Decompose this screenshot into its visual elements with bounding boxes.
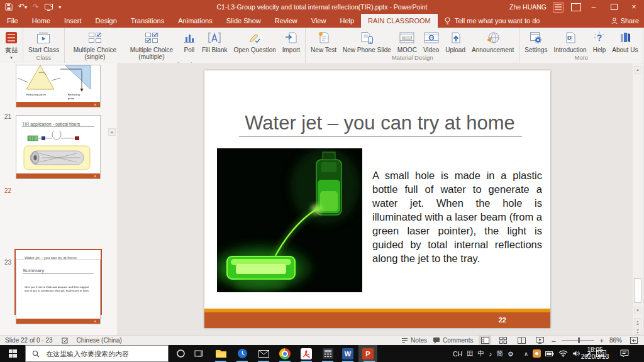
about-us-button[interactable]: About Us bbox=[609, 28, 641, 53]
water-jet-photo[interactable] bbox=[217, 148, 362, 292]
word-button[interactable] bbox=[337, 345, 358, 362]
account-avatar-seal[interactable] bbox=[553, 2, 564, 13]
mooc-button[interactable]: MOOC MOOC bbox=[394, 28, 420, 53]
ime-chinese-mode-icon[interactable]: 中 bbox=[478, 349, 485, 358]
notes-button[interactable]: Notes bbox=[401, 337, 427, 344]
powerpoint-button[interactable] bbox=[358, 345, 377, 362]
canvas-scrollbar[interactable] bbox=[633, 63, 643, 335]
previous-slide-button[interactable] bbox=[634, 318, 641, 326]
login-account-button[interactable]: 黄喆 ▾ bbox=[2, 28, 21, 61]
tab-file[interactable]: File bbox=[0, 14, 25, 28]
tab-insert[interactable]: Insert bbox=[57, 14, 89, 28]
start-class-button[interactable]: Start Class bbox=[25, 28, 62, 53]
redo-icon[interactable] bbox=[33, 0, 39, 14]
clock[interactable]: 18:05 2020/3/13 bbox=[580, 346, 610, 360]
ime-simplified-icon[interactable]: 简 bbox=[496, 349, 503, 358]
normal-view-button[interactable] bbox=[479, 336, 491, 345]
open-question-button[interactable]: Open Question bbox=[230, 28, 279, 53]
cortana-button[interactable] bbox=[170, 345, 191, 362]
taskbar-search-box[interactable] bbox=[25, 345, 169, 362]
ime-settings-gear-icon[interactable]: ⚙ bbox=[508, 350, 513, 358]
reading-view-button[interactable] bbox=[515, 336, 528, 345]
tab-transitions[interactable]: Transitions bbox=[124, 14, 171, 28]
import-button[interactable]: Import bbox=[279, 28, 303, 53]
new-phone-slide-button[interactable]: New Phone Slide bbox=[340, 28, 394, 53]
zoom-in-button[interactable]: + bbox=[600, 337, 604, 344]
alarms-clock-button[interactable] bbox=[231, 345, 253, 362]
scroll-up-icon[interactable] bbox=[108, 128, 116, 136]
share-button[interactable]: Share bbox=[611, 14, 639, 28]
share-label: Share bbox=[621, 17, 639, 25]
battery-icon[interactable] bbox=[545, 351, 554, 356]
undo-icon[interactable] bbox=[18, 0, 27, 14]
thumbnail-slide-20-partial[interactable]: Refracting prism Reflecting prism bbox=[16, 65, 101, 107]
new-test-button[interactable]: New Test bbox=[308, 28, 340, 53]
account-name[interactable]: Zhe HUANG bbox=[509, 3, 547, 11]
minimize-button[interactable]: – bbox=[584, 0, 604, 14]
ribbon-display-options-icon[interactable]: ⌃ bbox=[571, 3, 581, 11]
fit-slide-to-window-button[interactable] bbox=[628, 336, 640, 345]
tab-view[interactable]: View bbox=[304, 14, 333, 28]
slide-show-button[interactable] bbox=[533, 336, 546, 345]
slide-title[interactable]: Water jet – you can try at home bbox=[237, 109, 523, 137]
comments-button[interactable]: Comments bbox=[433, 337, 473, 344]
fill-blank-button[interactable]: Fill Blank bbox=[199, 28, 231, 53]
calculator-button[interactable] bbox=[317, 345, 338, 362]
upload-button[interactable]: Upload bbox=[442, 28, 469, 53]
slide-body-text[interactable]: A small hole is made in a plastic bottle… bbox=[372, 168, 542, 265]
task-view-button[interactable] bbox=[189, 345, 210, 362]
tab-home[interactable]: Home bbox=[25, 14, 57, 28]
wifi-icon[interactable] bbox=[558, 350, 568, 357]
next-slide-button[interactable] bbox=[634, 327, 641, 335]
introduction-button[interactable]: D Introduction bbox=[550, 28, 589, 53]
help-button[interactable]: ? Help bbox=[590, 28, 609, 53]
thumbnail-slide-21[interactable]: TIR application - optical fibers bbox=[16, 115, 101, 179]
save-icon[interactable] bbox=[5, 3, 13, 11]
speaker-icon[interactable] bbox=[572, 350, 580, 357]
tab-design[interactable]: Design bbox=[89, 14, 124, 28]
hidden-icons-chevron[interactable] bbox=[524, 351, 528, 357]
language-indicator[interactable]: Chinese (China) bbox=[77, 337, 122, 344]
multiple-choice-multiple-button[interactable]: Multiple Choice (multiple) bbox=[123, 28, 180, 60]
chrome-icon bbox=[279, 348, 291, 359]
thumbnail-scrollbar[interactable] bbox=[108, 126, 116, 362]
start-button[interactable] bbox=[0, 345, 25, 362]
tab-rain-classroom[interactable]: RAIN CLASSROOM bbox=[361, 14, 438, 28]
ime-grid-icon[interactable]: 田 bbox=[467, 349, 474, 358]
action-center-button[interactable] bbox=[615, 345, 634, 362]
slide-counter[interactable]: Slide 22 of 0 - 23 bbox=[5, 337, 53, 344]
current-slide[interactable]: Water jet – you can try at home bbox=[204, 70, 550, 328]
zoom-slider[interactable] bbox=[562, 340, 594, 341]
tab-slide-show[interactable]: Slide Show bbox=[219, 14, 268, 28]
mail-button[interactable] bbox=[253, 345, 274, 362]
multiple-choice-single-button[interactable]: Multiple Choice (single) bbox=[67, 28, 123, 60]
chrome-button[interactable] bbox=[274, 345, 296, 362]
quick-access-caret-icon[interactable] bbox=[58, 0, 61, 14]
slide-sorter-view-button[interactable] bbox=[497, 336, 509, 345]
tell-me-box[interactable]: Tell me what you want to do bbox=[438, 14, 547, 28]
scroll-down-icon[interactable] bbox=[634, 307, 641, 314]
video-button[interactable]: Video bbox=[420, 28, 442, 53]
announcement-button[interactable]: Announcement bbox=[469, 28, 517, 53]
zoom-slider-thumb[interactable] bbox=[578, 337, 580, 343]
acrobat-button[interactable] bbox=[296, 345, 317, 362]
touch-mode-icon[interactable] bbox=[45, 4, 53, 11]
restore-button[interactable] bbox=[604, 0, 624, 14]
scrollbar-thumb[interactable] bbox=[634, 278, 641, 303]
scroll-up-icon[interactable] bbox=[634, 66, 641, 74]
poll-button[interactable]: Poll bbox=[180, 28, 199, 53]
tab-animations[interactable]: Animations bbox=[171, 14, 219, 28]
file-explorer-button[interactable] bbox=[210, 345, 231, 362]
settings-button[interactable]: Settings bbox=[521, 28, 550, 53]
search-input[interactable] bbox=[45, 349, 164, 358]
tab-help[interactable]: Help bbox=[333, 14, 361, 28]
spellcheck-icon[interactable] bbox=[62, 337, 68, 344]
language-indicator-ch[interactable]: CH bbox=[453, 350, 462, 358]
close-button[interactable]: × bbox=[624, 0, 644, 14]
ime-sound-icon[interactable]: ♪ bbox=[489, 350, 492, 358]
thumbnail-slide-23[interactable]: Summary Give you 3 min to think and prep… bbox=[16, 260, 101, 324]
zoom-level[interactable]: 86% bbox=[609, 337, 622, 344]
tray-app-icon[interactable] bbox=[533, 349, 541, 358]
tab-review[interactable]: Review bbox=[268, 14, 304, 28]
zoom-out-button[interactable]: – bbox=[552, 337, 555, 344]
